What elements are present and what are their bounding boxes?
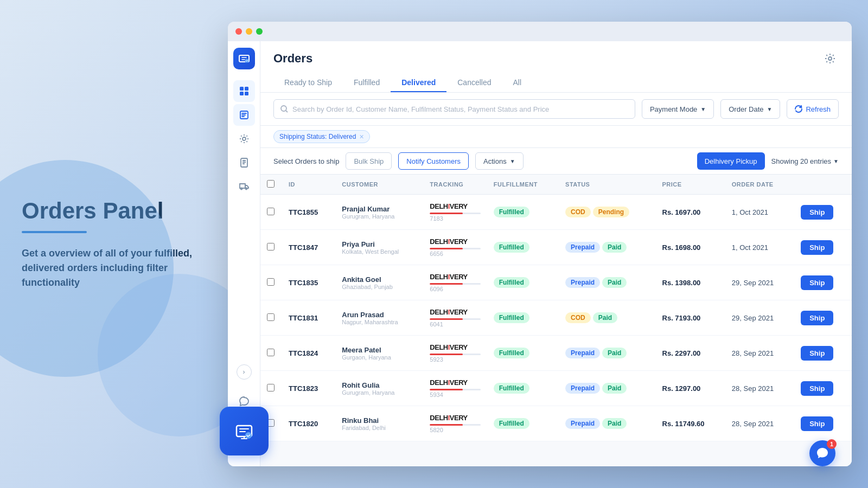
ship-action-cell[interactable]: Ship — [794, 230, 852, 265]
order-date-filter[interactable]: Order Date ▼ — [720, 99, 780, 119]
table-header-row: ID CUSTOMER TRACKING FULFILLMENT STATUS … — [260, 175, 852, 195]
sidebar-collapse-btn[interactable]: › — [237, 364, 252, 380]
payment-mode-badge: Prepaid — [565, 418, 600, 429]
ship-action-cell[interactable]: Ship — [794, 371, 852, 406]
delhivery-logo: DELHIVERY — [430, 308, 480, 316]
status-cell: Prepaid Paid — [559, 406, 655, 441]
sidebar-item-document[interactable] — [233, 152, 255, 174]
sidebar-item-grid[interactable] — [233, 80, 255, 102]
ship-action-cell[interactable]: Ship — [794, 300, 852, 336]
payment-mode-badge: COD — [565, 312, 591, 323]
sidebar-item-truck[interactable] — [233, 176, 255, 197]
ship-button[interactable]: Ship — [801, 416, 833, 431]
row-checkbox-cell[interactable] — [260, 230, 282, 265]
fulfillment-badge: Fulfilled — [494, 348, 529, 358]
price: Rs. 11749.60 — [662, 420, 705, 428]
close-button[interactable] — [235, 28, 242, 35]
payment-mode-filter[interactable]: Payment Mode ▼ — [642, 99, 714, 119]
fulfillment-cell: Fulfilled — [487, 195, 559, 230]
showing-entries[interactable]: Showing 20 entries ▼ — [771, 157, 839, 165]
row-checkbox-cell[interactable] — [260, 371, 282, 406]
table-row: TTC1820 Rinku Bhai Faridabad, Delhi DELH… — [260, 406, 852, 441]
row-checkbox-cell[interactable] — [260, 265, 282, 300]
payment-badges: Prepaid Paid — [565, 277, 649, 288]
tab-delivered[interactable]: Delivered — [391, 74, 446, 92]
tracking-bar-fill — [430, 213, 463, 214]
customer-detail: Nagpur, Maharashtra — [342, 319, 417, 325]
payment-status-badge: Paid — [593, 312, 617, 323]
delhivery-logo: DELHIVERY — [430, 378, 480, 387]
ship-action-cell[interactable]: Ship — [794, 336, 852, 371]
refresh-button[interactable]: Refresh — [787, 99, 839, 119]
customer-name: Ankita Goel — [342, 275, 417, 284]
row-checkbox[interactable] — [267, 313, 275, 321]
ship-button[interactable]: Ship — [801, 381, 833, 396]
order-id-cell: TTC1835 — [282, 265, 335, 300]
fulfillment-badge: Fulfilled — [494, 312, 529, 323]
customer-detail: Gurgaon, Haryana — [342, 354, 417, 361]
row-checkbox-cell[interactable] — [260, 300, 282, 336]
tab-fulfilled[interactable]: Fulfilled — [343, 74, 391, 92]
payment-mode-badge: Prepaid — [565, 242, 600, 253]
settings-icon-btn[interactable] — [821, 50, 839, 67]
row-checkbox[interactable] — [267, 278, 275, 286]
tracking-cell: DELHIVERY 5820 — [423, 406, 487, 441]
tracking-bar-fill — [430, 354, 463, 355]
delhivery-pickup-button[interactable]: Delhivery Pickup — [697, 152, 765, 170]
chevron-down-icon: ▼ — [833, 158, 839, 164]
order-id: TTC1823 — [289, 384, 318, 393]
tracking-number: 6656 — [430, 251, 480, 257]
filter-chip-shipping-status: Shipping Status: Delivered × — [273, 130, 370, 143]
payment-status-badge: Pending — [593, 207, 629, 217]
table-area: ID CUSTOMER TRACKING FULFILLMENT STATUS … — [260, 175, 852, 466]
tab-all[interactable]: All — [502, 74, 533, 92]
ship-button[interactable]: Ship — [801, 275, 833, 290]
maximize-button[interactable] — [256, 28, 263, 35]
select-all-header[interactable] — [260, 175, 282, 195]
fulfillment-cell: Fulfilled — [487, 406, 559, 441]
status-cell: COD Paid — [559, 300, 655, 336]
select-orders-label: Select Orders to ship — [273, 157, 339, 165]
tab-cancelled[interactable]: Cancelled — [446, 74, 502, 92]
customer-cell: Rinku Bhai Faridabad, Delhi — [335, 406, 423, 441]
fulfillment-badge: Fulfilled — [494, 383, 529, 394]
tab-ready-to-ship[interactable]: Ready to Ship — [273, 74, 343, 92]
content-header: Orders Ready to Ship Fulfilled Delivered… — [260, 41, 852, 93]
ship-button[interactable]: Ship — [801, 240, 833, 255]
sidebar-item-orders[interactable] — [233, 104, 255, 126]
ship-action-cell[interactable]: Ship — [794, 406, 852, 441]
price: Rs. 1398.00 — [662, 279, 701, 287]
ship-button[interactable]: Ship — [801, 205, 833, 220]
chat-bubble[interactable]: 1 — [809, 440, 835, 466]
notify-customers-button[interactable]: Notify Customers — [398, 152, 469, 170]
header-id: ID — [282, 175, 335, 195]
bulk-ship-button[interactable]: Bulk Ship — [346, 152, 392, 170]
search-box[interactable]: Search by Order Id, Customer Name, Fulfi… — [273, 99, 635, 119]
payment-status-badge: Paid — [602, 242, 627, 253]
sidebar-item-settings[interactable] — [233, 128, 255, 150]
header-tracking: TRACKING — [423, 175, 487, 195]
order-date-cell: 1, Oct 2021 — [725, 230, 794, 265]
row-checkbox[interactable] — [267, 349, 275, 356]
row-checkbox-cell[interactable] — [260, 336, 282, 371]
ship-button[interactable]: Ship — [801, 346, 833, 361]
chip-close-icon[interactable]: × — [359, 133, 363, 140]
ship-button[interactable]: Ship — [801, 311, 833, 325]
actions-button[interactable]: Actions ▼ — [475, 152, 524, 170]
row-checkbox[interactable] — [267, 243, 275, 251]
ship-action-cell[interactable]: Ship — [794, 265, 852, 300]
table-row: TTC1847 Priya Puri Kolkata, West Bengal … — [260, 230, 852, 265]
customer-detail: Ghaziabad, Punjab — [342, 284, 417, 290]
minimize-button[interactable] — [246, 28, 252, 35]
row-checkbox-cell[interactable] — [260, 195, 282, 230]
ship-action-cell[interactable]: Ship — [794, 195, 852, 230]
row-checkbox[interactable] — [267, 208, 275, 215]
tracking-cell: DELHIVERY 5934 — [423, 371, 487, 406]
row-checkbox[interactable] — [267, 384, 275, 391]
order-id-cell: TTC1820 — [282, 406, 335, 441]
tracking-bar — [430, 389, 480, 390]
status-cell: COD Pending — [559, 195, 655, 230]
price-cell: Rs. 1297.00 — [656, 371, 725, 406]
select-all-checkbox[interactable] — [267, 180, 275, 188]
tracking-bar — [430, 283, 480, 285]
